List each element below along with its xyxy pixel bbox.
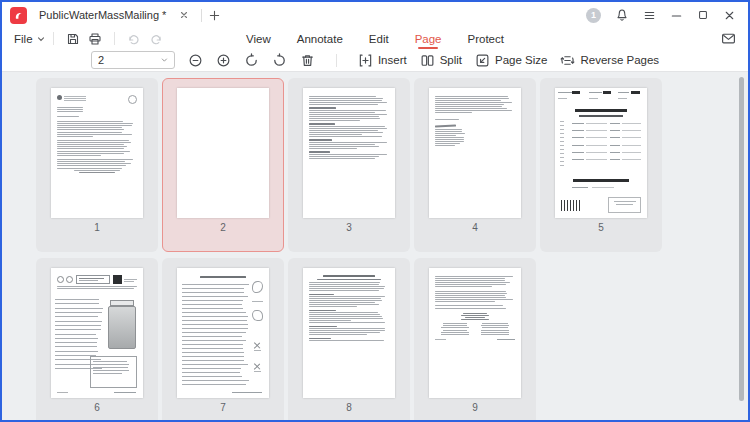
new-tab-button[interactable] <box>209 10 220 21</box>
page-preview <box>177 268 269 398</box>
tab-close-icon[interactable] <box>180 11 188 19</box>
titlebar-right-controls: 1 <box>586 8 748 23</box>
menu-item-page[interactable]: Page <box>415 31 442 47</box>
page-thumbnail[interactable]: 3 <box>288 78 410 252</box>
titlebar: PublicWaterMassMailing * 1 <box>2 2 748 28</box>
page-number-label: 9 <box>472 402 478 413</box>
window-minimize-button[interactable] <box>670 9 683 22</box>
print-icon[interactable] <box>88 32 102 46</box>
reverse-pages-label: Reverse Pages <box>580 54 659 66</box>
insert-icon <box>358 53 373 68</box>
page-number-label: 7 <box>220 402 226 413</box>
page-number-label: 6 <box>94 402 100 413</box>
page-thumbnail[interactable]: 8 <box>288 258 410 420</box>
redo-icon <box>149 32 163 46</box>
page-preview <box>51 88 143 218</box>
menu-item-protect[interactable]: Protect <box>468 31 504 47</box>
file-menu-button[interactable]: File <box>14 33 45 45</box>
document-tab[interactable]: PublicWaterMassMailing * <box>37 2 194 28</box>
zoom-in-icon[interactable] <box>216 53 231 68</box>
rotate-left-icon[interactable] <box>244 53 259 68</box>
reverse-pages-button[interactable]: Reverse Pages <box>560 53 659 68</box>
toolbar-separator <box>114 32 115 45</box>
tab-divider <box>201 9 202 22</box>
thumbnail-panel: 123456789 <box>2 72 748 420</box>
insert-label: Insert <box>378 54 407 66</box>
document-tab-title: PublicWaterMassMailing * <box>39 9 166 21</box>
account-badge[interactable]: 1 <box>586 8 601 23</box>
thumbnail-grid: 123456789 <box>36 78 662 420</box>
delete-page-icon[interactable] <box>300 53 315 68</box>
page-size-label: Page Size <box>495 54 547 66</box>
page-number-label: 5 <box>598 222 604 233</box>
menubar: File ViewAnnotateEditPageProtect <box>2 28 748 49</box>
page-number-input[interactable] <box>98 54 157 66</box>
chevron-down-icon <box>161 56 168 64</box>
page-preview <box>555 88 647 218</box>
page-number-label: 8 <box>346 402 352 413</box>
page-preview <box>177 88 269 218</box>
scrollbar-thumb[interactable] <box>739 77 744 400</box>
insert-button[interactable]: Insert <box>358 53 407 68</box>
zoom-out-icon[interactable] <box>188 53 203 68</box>
page-number-selector[interactable] <box>91 51 175 69</box>
split-label: Split <box>440 54 462 66</box>
toolbar-separator <box>336 54 337 67</box>
page-thumbnail[interactable]: 9 <box>414 258 536 420</box>
save-icon[interactable] <box>66 32 80 46</box>
menu-item-view[interactable]: View <box>246 31 271 47</box>
page-preview <box>303 268 395 398</box>
page-thumbnail[interactable]: 6 <box>36 258 158 420</box>
window-close-button[interactable] <box>723 9 736 22</box>
page-number-label: 2 <box>220 222 226 233</box>
split-icon <box>420 53 435 68</box>
menubar-left-group: File <box>14 32 167 46</box>
split-button[interactable]: Split <box>420 53 462 68</box>
app-window: PublicWaterMassMailing * 1 <box>0 0 750 422</box>
window-maximize-button[interactable] <box>697 9 709 21</box>
hamburger-menu-icon[interactable] <box>643 9 656 22</box>
page-preview <box>303 88 395 218</box>
chevron-down-icon <box>37 35 45 43</box>
page-thumbnail[interactable]: 2 <box>162 78 284 252</box>
page-number-label: 1 <box>94 222 100 233</box>
undo-icon <box>127 32 141 46</box>
menu-item-edit[interactable]: Edit <box>369 31 389 47</box>
page-toolbar: Insert Split Page Size Reverse Pages <box>2 49 748 72</box>
page-thumbnail[interactable]: 4 <box>414 78 536 252</box>
page-preview <box>429 88 521 218</box>
notifications-bell-icon[interactable] <box>615 8 629 22</box>
page-size-button[interactable]: Page Size <box>475 53 547 68</box>
file-menu-label: File <box>14 33 33 45</box>
page-thumbnail[interactable]: 1 <box>36 78 158 252</box>
page-number-label: 3 <box>346 222 352 233</box>
page-thumbnail[interactable]: 5 <box>540 78 662 252</box>
app-logo-icon <box>10 7 27 24</box>
page-preview <box>429 268 521 398</box>
reverse-pages-icon <box>560 53 575 68</box>
feedback-mail-icon[interactable] <box>721 31 736 46</box>
vertical-scrollbar[interactable] <box>739 74 745 418</box>
rotate-right-icon[interactable] <box>272 53 287 68</box>
page-preview <box>51 268 143 398</box>
menu-item-annotate[interactable]: Annotate <box>297 31 343 47</box>
page-number-label: 4 <box>472 222 478 233</box>
page-thumbnail[interactable]: 7 <box>162 258 284 420</box>
toolbar-separator <box>53 32 54 45</box>
page-size-icon <box>475 53 490 68</box>
